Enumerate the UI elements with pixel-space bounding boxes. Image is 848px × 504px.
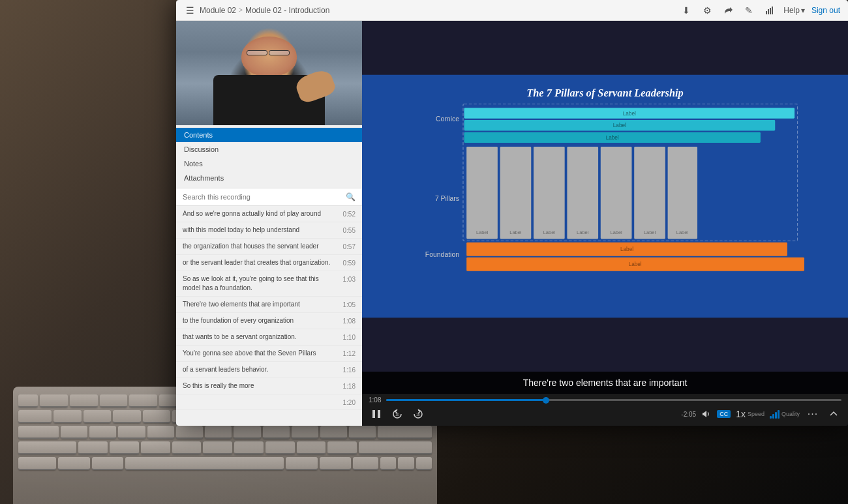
svg-text:Label: Label: [623, 111, 636, 117]
svg-rect-22: [601, 147, 632, 239]
list-item[interactable]: So this is really the more 1:18: [176, 378, 362, 394]
laptop-screen: ☰ Module 02 > Module 02 - Introduction ⬇…: [176, 0, 848, 426]
svg-text:Label: Label: [676, 230, 689, 235]
svg-text:Label: Label: [644, 230, 656, 235]
svg-rect-18: [534, 147, 565, 239]
svg-text:The 7 Pillars of Servant Leade: The 7 Pillars of Servant Leadership: [526, 87, 684, 99]
play-pause-button[interactable]: [369, 406, 384, 422]
svg-text:Label: Label: [543, 230, 556, 235]
svg-text:Label: Label: [620, 246, 633, 252]
download-button[interactable]: ⬇: [679, 3, 693, 18]
list-item[interactable]: And so we're gonna actually kind of play…: [176, 206, 362, 222]
progress-fill: [386, 399, 545, 401]
svg-text:Label: Label: [611, 230, 623, 235]
search-bar: 🔍: [176, 188, 362, 206]
search-icon: 🔍: [346, 192, 356, 201]
list-item[interactable]: 1:20: [176, 394, 362, 410]
list-item[interactable]: of a servant leaders behavior. 1:16: [176, 362, 362, 378]
main-content: Contents Discussion Notes Attachments 🔍 …: [176, 21, 848, 426]
sign-out-button[interactable]: Sign out: [811, 6, 840, 15]
progress-track[interactable]: [386, 399, 841, 401]
svg-text:Cornice: Cornice: [436, 115, 459, 123]
toolbar: ☰ Module 02 > Module 02 - Introduction ⬇…: [176, 0, 848, 21]
svg-rect-14: [466, 147, 498, 239]
slide-diagram: The 7 Pillars of Servant Leadership Corn…: [362, 21, 848, 372]
nav-item-attachments[interactable]: Attachments: [176, 171, 362, 185]
left-panel: Contents Discussion Notes Attachments 🔍 …: [176, 21, 362, 426]
svg-text:Label: Label: [577, 230, 589, 235]
nav-item-notes[interactable]: Notes: [176, 156, 362, 171]
svg-rect-16: [500, 147, 532, 239]
breadcrumb-page: Module 02 - Introduction: [245, 6, 329, 15]
slide-area: The 7 Pillars of Servant Leadership Corn…: [362, 21, 848, 372]
breadcrumb: Module 02 > Module 02 - Introduction: [200, 6, 329, 15]
menu-icon[interactable]: ☰: [184, 5, 196, 16]
breadcrumb-module: Module 02: [200, 6, 236, 15]
cc-button[interactable]: CC: [717, 410, 731, 418]
current-time: 1:08: [369, 396, 381, 404]
help-button[interactable]: Help ▾: [783, 6, 805, 15]
svg-text:7 Pillars: 7 Pillars: [435, 195, 459, 202]
svg-text:Foundation: Foundation: [425, 251, 459, 258]
edit-button[interactable]: ✎: [742, 3, 756, 18]
list-item[interactable]: or the servant leader that creates that …: [176, 255, 362, 271]
video-controls: 1:08: [362, 394, 848, 426]
svg-rect-26: [668, 147, 697, 239]
svg-text:Label: Label: [476, 230, 489, 235]
more-options-button[interactable]: ···: [805, 406, 821, 422]
transcript-list[interactable]: And so we're gonna actually kind of play…: [176, 206, 362, 426]
list-item[interactable]: that wants to be a servant organization.…: [176, 329, 362, 346]
nav-item-contents[interactable]: Contents: [176, 128, 362, 142]
settings-button[interactable]: ⚙: [700, 3, 714, 18]
svg-text:Label: Label: [629, 261, 642, 267]
svg-text:Label: Label: [509, 230, 522, 235]
list-item[interactable]: So as we look at it, you're going to see…: [176, 271, 362, 297]
share-button[interactable]: [721, 3, 735, 18]
list-item[interactable]: You're gonna see above that the Seven Pi…: [176, 346, 362, 362]
analytics-button[interactable]: [763, 3, 777, 18]
svg-rect-24: [634, 147, 665, 239]
caption-text: There're two elements that are important: [523, 378, 688, 388]
speaker-photo: [176, 21, 362, 125]
breadcrumb-sep1: >: [239, 7, 243, 14]
progress-thumb[interactable]: [543, 397, 549, 404]
caption-bar: There're two elements that are important: [362, 372, 848, 394]
svg-rect-20: [567, 147, 598, 239]
volume-button[interactable]: [701, 409, 712, 419]
speed-control[interactable]: 1x Speed: [736, 409, 765, 419]
nav-item-discussion[interactable]: Discussion: [176, 142, 362, 156]
svg-text:10: 10: [395, 413, 399, 417]
quality-control[interactable]: Quality: [770, 409, 800, 419]
svg-text:Label: Label: [606, 135, 619, 141]
search-input[interactable]: [183, 193, 346, 201]
expand-button[interactable]: [826, 406, 841, 422]
list-item[interactable]: There're two elements that are important…: [176, 297, 362, 313]
svg-rect-0: [766, 11, 767, 14]
sidebar-nav: Contents Discussion Notes Attachments: [176, 125, 362, 188]
svg-rect-1: [768, 9, 769, 14]
rewind-button[interactable]: 10: [389, 406, 405, 422]
remaining-time: -2:05: [681, 411, 696, 418]
speaker-thumbnail: [176, 21, 362, 125]
list-item[interactable]: with this model today to help understand…: [176, 222, 362, 239]
svg-rect-3: [772, 7, 773, 14]
svg-rect-2: [770, 8, 771, 14]
svg-rect-35: [378, 410, 380, 418]
svg-text:10: 10: [416, 413, 420, 417]
forward-button[interactable]: 10: [410, 406, 426, 422]
svg-text:Label: Label: [613, 123, 626, 128]
list-item[interactable]: the organization that houses the servant…: [176, 239, 362, 255]
quality-bars: [770, 409, 780, 419]
svg-rect-34: [372, 410, 375, 418]
right-panel: The 7 Pillars of Servant Leadership Corn…: [362, 21, 848, 426]
list-item[interactable]: to the foundation of every organization …: [176, 313, 362, 329]
